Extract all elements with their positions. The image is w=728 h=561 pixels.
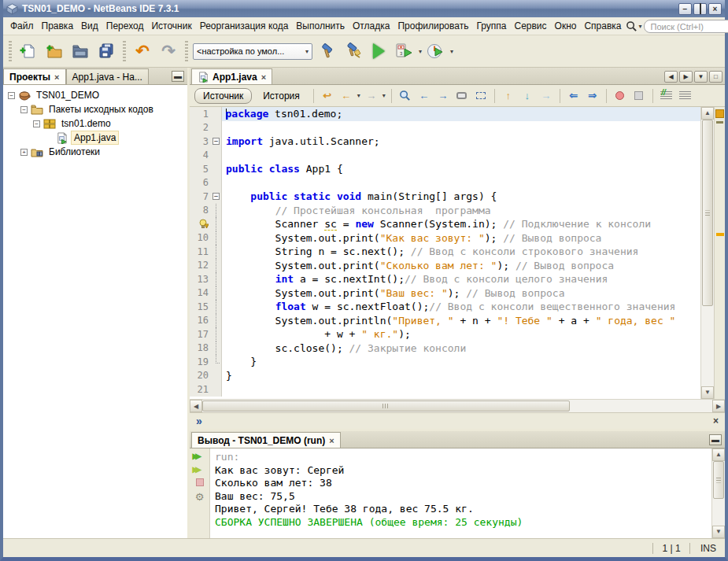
run-project-icon[interactable]	[367, 39, 390, 63]
rerun-icon[interactable]: ▶▶	[193, 452, 207, 460]
rerun-with-args-icon[interactable]: ▶▶	[193, 465, 207, 474]
collapse-icon[interactable]: −	[33, 120, 40, 127]
minimize-button[interactable]: −	[678, 3, 692, 15]
menu-item-0[interactable]: Файл	[6, 18, 38, 34]
code-line[interactable]: 8 // Простейшая консольная программа	[190, 204, 700, 218]
warning-bulb-icon[interactable]: !	[199, 219, 209, 229]
next-bookmark-icon[interactable]: ↓	[519, 88, 535, 104]
code-line[interactable]: 21	[190, 382, 700, 397]
profile-dropdown-icon[interactable]: ▾	[450, 48, 453, 55]
scroll-down-icon[interactable]: ▼	[712, 526, 725, 538]
back-icon[interactable]: ←	[338, 88, 354, 104]
open-project-icon[interactable]	[68, 39, 92, 63]
code-line[interactable]: 13 int a = sc.nextInt();// Ввод с консол…	[190, 272, 700, 286]
quick-search[interactable]: ▾ Поиск (Ctrl+I)	[626, 20, 728, 33]
minimize-output-button[interactable]: ▬	[709, 434, 722, 445]
close-icon[interactable]: ×	[329, 436, 334, 445]
uncomment-icon[interactable]	[678, 88, 693, 104]
rectangular-selection-icon[interactable]	[473, 88, 489, 104]
menu-item-1[interactable]: Правка	[38, 18, 78, 34]
code-line[interactable]: 11 String n = sc.next(); // Ввод с консо…	[190, 245, 700, 259]
code-line[interactable]: 15 float w = sc.nextFloat();// Ввод с ко…	[190, 300, 700, 314]
fold-margin[interactable]: −	[211, 190, 222, 204]
scrollbar-thumb[interactable]	[713, 461, 724, 499]
tab-output[interactable]: Вывод - TSN01_DEMO (run) ×	[191, 432, 341, 448]
output-console[interactable]: run:Как вас зовут: СергейСколько вам лет…	[210, 448, 711, 538]
tree-item-libraries[interactable]: +Библиотеки	[3, 145, 187, 159]
editor-horizontal-scrollbar[interactable]: ◀ ▶	[190, 399, 725, 412]
scroll-tabs-left-icon[interactable]: ◀	[664, 71, 678, 83]
stop-run-icon[interactable]	[196, 478, 204, 486]
warning-line-mark[interactable]	[716, 233, 724, 236]
code-line[interactable]: 18 sc.close(); // Закрытие консоли	[190, 341, 700, 356]
next-occurrence-icon[interactable]: →	[435, 88, 451, 104]
fold-margin[interactable]: −	[211, 135, 222, 149]
menu-item-12[interactable]: Справка	[580, 18, 625, 34]
scroll-right-icon[interactable]: ▶	[712, 400, 725, 412]
last-edit-position-icon[interactable]: ↩	[320, 88, 335, 104]
code-line[interactable]: ! Scanner sc = new Scanner(System.in); /…	[190, 217, 700, 231]
debug-project-icon[interactable]: 3	[393, 39, 416, 63]
tab-navigator[interactable]: App1.java - На...	[66, 68, 149, 84]
previous-bookmark-icon[interactable]: ↑	[501, 88, 516, 104]
toggle-highlight-icon[interactable]	[454, 88, 470, 104]
code-line[interactable]: 2	[190, 121, 700, 135]
configuration-combobox[interactable]: <настройка по умол... ▾	[193, 43, 312, 60]
menu-item-5[interactable]: Реорганизация кода	[196, 18, 293, 34]
search-icon[interactable]	[626, 20, 637, 32]
start-macro-recording-icon[interactable]	[612, 88, 628, 104]
toggle-bookmark-icon[interactable]: →	[538, 88, 554, 104]
menu-item-11[interactable]: Окно	[551, 18, 581, 34]
close-button[interactable]: ×	[708, 3, 722, 15]
code-line[interactable]: 4	[190, 149, 700, 163]
menu-item-2[interactable]: Вид	[77, 18, 102, 34]
scrollbar-thumb[interactable]	[702, 120, 713, 306]
close-icon[interactable]: ×	[713, 415, 719, 426]
tree-item-file-app1-java[interactable]: App1.java	[3, 131, 187, 145]
shift-line-left-icon[interactable]: ⇐	[566, 88, 582, 104]
forward-dropdown-icon[interactable]: ▾	[382, 92, 386, 99]
clean-build-project-icon[interactable]	[341, 39, 364, 63]
tab-list-dropdown-icon[interactable]: ▼	[694, 71, 708, 83]
menu-item-8[interactable]: Профилировать	[394, 18, 472, 34]
search-dropdown-icon[interactable]: ▾	[639, 23, 642, 30]
previous-occurrence-icon[interactable]: ←	[416, 88, 432, 104]
warning-summary-mark[interactable]	[715, 109, 724, 118]
menu-item-7[interactable]: Отладка	[349, 18, 394, 34]
history-view-button[interactable]: История	[255, 89, 308, 103]
tab-projects[interactable]: Проекты ×	[3, 68, 66, 84]
scroll-down-icon[interactable]: ▼	[701, 386, 714, 399]
comment-icon[interactable]: //	[659, 88, 674, 104]
code-line[interactable]: 12 System.out.print("Сколько вам лет: ")…	[190, 259, 700, 273]
maximize-button[interactable]	[693, 3, 707, 15]
new-file-icon[interactable]	[17, 39, 40, 63]
debug-dropdown-icon[interactable]: ▾	[419, 48, 422, 55]
code-line[interactable]: 10 System.out.print("Как вас зовут: "); …	[190, 231, 700, 245]
scroll-left-icon[interactable]: ◀	[190, 400, 202, 412]
redo-icon[interactable]: ↷	[157, 39, 180, 63]
editor-vertical-scrollbar[interactable]: ▲ ▼	[700, 107, 714, 399]
code-line[interactable]: 6	[190, 176, 700, 190]
scroll-up-icon[interactable]: ▲	[712, 448, 725, 461]
minimize-panel-button[interactable]: ▬	[172, 71, 184, 82]
menu-item-9[interactable]: Группа	[472, 18, 510, 34]
maximize-editor-icon[interactable]: □	[709, 71, 722, 83]
code-line[interactable]: 3−import java.util.Scanner;	[190, 135, 700, 149]
code-line[interactable]: 5public class App1 {	[190, 162, 700, 176]
scroll-up-icon[interactable]: ▲	[701, 107, 714, 120]
build-project-icon[interactable]	[315, 39, 338, 63]
collapse-icon[interactable]: −	[20, 106, 28, 113]
tab-app1-java[interactable]: App1.java ×	[191, 68, 272, 84]
collapse-fold-icon[interactable]: −	[212, 193, 220, 200]
output-vertical-scrollbar[interactable]: ▲ ▼	[711, 448, 725, 538]
menu-item-6[interactable]: Выполнить	[292, 18, 349, 34]
expand-chevrons-icon[interactable]: »	[196, 415, 202, 427]
code-line[interactable]: 17 + w + " кг.");	[190, 327, 700, 341]
stop-macro-recording-icon[interactable]	[631, 88, 647, 104]
code-line[interactable]: 7− public static void main(String[] args…	[190, 190, 700, 204]
error-stripe[interactable]	[714, 107, 725, 399]
close-icon[interactable]: ×	[261, 72, 266, 82]
profile-project-icon[interactable]	[424, 39, 448, 63]
code-line[interactable]: 19 }	[190, 355, 700, 369]
shift-line-right-icon[interactable]: ⇒	[585, 88, 601, 104]
